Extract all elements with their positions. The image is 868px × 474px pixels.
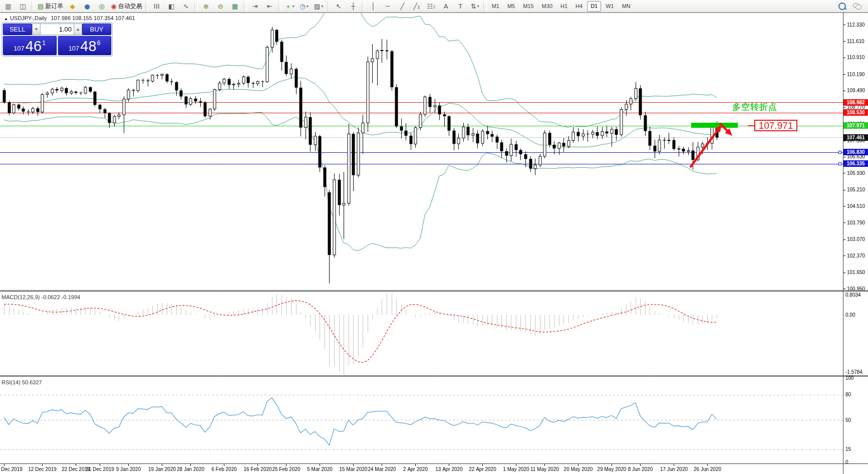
equidistant-channel-icon[interactable]: ╱E bbox=[410, 1, 424, 12]
ohlc-values: 107.986 108.155 107.354 107.461 bbox=[51, 15, 135, 21]
trend-line-icon[interactable]: ╱ bbox=[396, 1, 409, 12]
sell-price-quote[interactable]: 107 46 1 bbox=[3, 36, 57, 55]
horizontal-line-icon[interactable]: ─ bbox=[381, 1, 395, 12]
search-icon[interactable] bbox=[835, 1, 849, 12]
chart-title: ▲USDJPY-,Daily107.986 108.155 107.354 10… bbox=[4, 15, 135, 21]
toolbar-separator bbox=[278, 2, 281, 11]
mt4-window: ▥◫▤新订单◆●◎◉自动交易☰◧∿⊕⊖▦⇥⇤＋▾◷▾▨▾↖┼│─╱╱E☷FAT⇅… bbox=[0, 0, 868, 474]
buy-button[interactable]: BUY bbox=[82, 24, 111, 35]
zoom-in-icon[interactable]: ⊕ bbox=[199, 1, 213, 12]
price-badge-106.830: 106.830 bbox=[843, 149, 868, 155]
bar-chart-icon[interactable]: ☰ bbox=[150, 1, 164, 12]
periods-icon[interactable]: ◷▾ bbox=[298, 1, 311, 12]
toolbar-group: ⇥⇤ bbox=[248, 0, 277, 13]
timeframe-m15-button[interactable]: M15 bbox=[519, 1, 537, 12]
templates-icon[interactable]: ▨▾ bbox=[312, 1, 326, 12]
mql5-market-icon[interactable]: ◆ bbox=[66, 1, 79, 12]
price-badge-107.461: 107.461 bbox=[843, 134, 868, 141]
toolbar-group: ▥◫ bbox=[1, 0, 30, 13]
macd-indicator-label: MACD(12,26,9) -0.0622 -0.1994 bbox=[2, 294, 80, 300]
toolbar-separator bbox=[483, 2, 487, 11]
timeframe-h1-button[interactable]: H1 bbox=[557, 1, 571, 12]
vertical-line-icon[interactable]: │ bbox=[367, 1, 380, 12]
toolbar-separator bbox=[194, 2, 198, 11]
buy-price-pips: 48 bbox=[80, 39, 96, 54]
price-callout-label[interactable]: 107.971 bbox=[754, 120, 797, 131]
one-click-trading-panel: SELL ▼ ▲ BUY 107 46 1 107 48 6 bbox=[2, 22, 113, 57]
timeframe-w1-button[interactable]: W1 bbox=[602, 1, 618, 12]
timeframe-m5-button[interactable]: M5 bbox=[504, 1, 518, 12]
community-icon[interactable]: ● bbox=[80, 1, 94, 12]
toolbar-separator bbox=[362, 2, 365, 11]
price-badge-108.530: 108.530 bbox=[843, 109, 868, 116]
timeframe-m30-button[interactable]: M30 bbox=[538, 1, 556, 12]
pivot-annotation-text[interactable]: 多空转折点 bbox=[732, 101, 777, 113]
timeframe-group: M1M5M15M30H1H4D1W1MN bbox=[488, 0, 635, 13]
toolbar-group: ＋▾◷▾▨▾ bbox=[282, 0, 326, 13]
volume-increase-button[interactable]: ▲ bbox=[74, 24, 82, 35]
chart-icon: ▲ bbox=[4, 17, 8, 21]
sell-price-point: 1 bbox=[42, 39, 46, 47]
symbol-period-label: USDJPY-,Daily bbox=[10, 15, 47, 21]
timeframe-m1-button[interactable]: M1 bbox=[488, 1, 503, 12]
timeframe-mn-button[interactable]: MN bbox=[619, 1, 634, 12]
candlestick-chart-icon[interactable]: ◧ bbox=[165, 1, 178, 12]
auto-scroll-icon[interactable]: ⇥ bbox=[248, 1, 262, 12]
sell-button[interactable]: SELL bbox=[3, 24, 32, 35]
toolbar-right bbox=[835, 1, 864, 12]
toolbar-separator bbox=[327, 2, 331, 11]
sell-price-pips: 46 bbox=[26, 39, 42, 54]
indicators-icon[interactable]: ＋▾ bbox=[283, 1, 297, 12]
new-order-icon[interactable]: ▤新订单 bbox=[36, 1, 65, 12]
toolbar: ▥◫▤新订单◆●◎◉自动交易☰◧∿⊕⊖▦⇥⇤＋▾◷▾▨▾↖┼│─╱╱E☷FAT⇅… bbox=[0, 0, 868, 13]
toolbar-group: │─╱╱E☷FAT⇅▾ bbox=[366, 0, 482, 13]
signals-icon[interactable]: ◎ bbox=[95, 1, 108, 12]
timeframe-h4-button[interactable]: H4 bbox=[572, 1, 586, 12]
auto-trading-icon[interactable]: ◉自动交易 bbox=[109, 1, 143, 12]
cursor-icon[interactable]: ↖ bbox=[332, 1, 346, 12]
crosshair-icon[interactable]: ┼ bbox=[347, 1, 360, 12]
buy-price-quote[interactable]: 107 48 6 bbox=[58, 36, 112, 55]
toolbar-separator bbox=[31, 2, 35, 11]
zoom-out-icon[interactable]: ⊖ bbox=[214, 1, 227, 12]
timeframe-d1-button[interactable]: D1 bbox=[587, 1, 601, 12]
buy-price-point: 6 bbox=[97, 39, 101, 47]
toolbar-group: ▤新订单◆●◎◉自动交易 bbox=[36, 0, 144, 13]
fibonacci-icon[interactable]: ☷F bbox=[425, 1, 438, 12]
arrows-tool-icon[interactable]: ⇅▾ bbox=[468, 1, 482, 12]
volume-input[interactable] bbox=[41, 24, 74, 35]
toolbar-separator bbox=[145, 2, 149, 11]
toolbar-group: ⊕⊖▦ bbox=[199, 0, 242, 13]
toolbar-group: ↖┼ bbox=[332, 0, 361, 13]
rsi-indicator-label: RSI(14) 50.6327 bbox=[2, 379, 42, 385]
buy-price-figure: 107 bbox=[69, 45, 80, 52]
price-badge-106.335: 106.335 bbox=[843, 160, 868, 167]
line-chart-icon[interactable]: ∿ bbox=[179, 1, 193, 12]
sell-price-figure: 107 bbox=[14, 45, 25, 52]
volume-decrease-button[interactable]: ▼ bbox=[32, 24, 41, 35]
toolbar-group: ☰◧∿ bbox=[150, 0, 193, 13]
profiles-icon[interactable]: ◫ bbox=[16, 1, 30, 12]
price-chart-canvas[interactable] bbox=[0, 0, 868, 474]
text-icon[interactable]: A bbox=[439, 1, 453, 12]
chat-icon[interactable] bbox=[850, 1, 863, 12]
tile-windows-icon[interactable]: ▦ bbox=[228, 1, 242, 12]
text-label-icon[interactable]: T bbox=[454, 1, 467, 12]
price-badge-108.982: 108.982 bbox=[843, 99, 868, 106]
chart-shift-icon[interactable]: ⇤ bbox=[263, 1, 276, 12]
chart-window-icon[interactable]: ▥ bbox=[2, 1, 15, 12]
toolbar-separator bbox=[243, 2, 247, 11]
price-badge-107.971: 107.971 bbox=[843, 122, 868, 129]
